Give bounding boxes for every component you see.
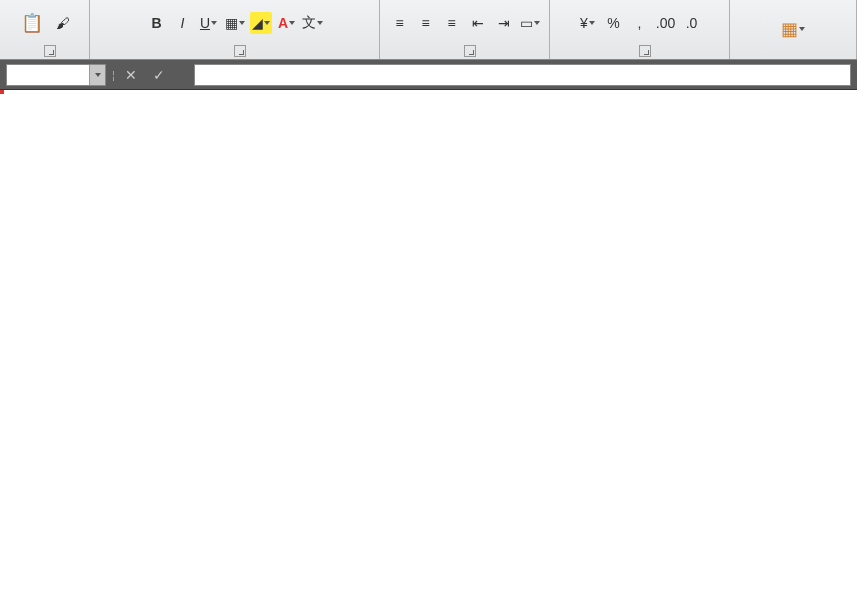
ribbon-group-align: ≡ ≡ ≡ ⇤ ⇥ ▭ [380, 0, 550, 59]
active-cell-indicator [0, 90, 4, 94]
spreadsheet-grid[interactable] [0, 90, 857, 612]
name-box-dropdown[interactable] [89, 65, 105, 85]
dialog-launcher-icon[interactable] [44, 45, 56, 57]
dialog-launcher-icon[interactable] [639, 45, 651, 57]
cancel-icon[interactable]: ✕ [120, 64, 142, 86]
dialog-launcher-icon[interactable] [464, 45, 476, 57]
align-right-icon[interactable]: ≡ [441, 12, 463, 34]
decrease-decimal-icon[interactable]: .0 [681, 12, 703, 34]
formula-input[interactable] [194, 64, 851, 86]
align-left-icon[interactable]: ≡ [389, 12, 411, 34]
font-color-icon[interactable]: A [276, 12, 298, 34]
cell-styles-icon[interactable]: ▦ [777, 15, 809, 43]
align-center-icon[interactable]: ≡ [415, 12, 437, 34]
dialog-launcher-icon[interactable] [234, 45, 246, 57]
indent-decrease-icon[interactable]: ⇤ [467, 12, 489, 34]
format-painter-icon[interactable]: 🖌 [52, 12, 74, 34]
name-box[interactable] [6, 64, 106, 86]
percent-icon[interactable]: % [603, 12, 625, 34]
phonetic-icon[interactable]: 文 [302, 12, 324, 34]
paste-icon[interactable]: 📋 [16, 9, 48, 37]
italic-icon[interactable]: I [172, 12, 194, 34]
ribbon: 📋 🖌 B I U ▦ ◢ A 文 ≡ ≡ ≡ ⇤ ⇥ ▭ [0, 0, 857, 60]
indent-increase-icon[interactable]: ⇥ [493, 12, 515, 34]
bold-icon[interactable]: B [146, 12, 168, 34]
underline-icon[interactable]: U [198, 12, 220, 34]
ribbon-group-styles: ▦ [730, 0, 857, 59]
formula-bar: ¦ ✕ ✓ [0, 60, 857, 90]
fill-color-icon[interactable]: ◢ [250, 12, 272, 34]
ribbon-group-clipboard: 📋 🖌 [0, 0, 90, 59]
merge-icon[interactable]: ▭ [519, 12, 541, 34]
currency-icon[interactable]: ¥ [577, 12, 599, 34]
ribbon-group-number: ¥ % , .00 .0 [550, 0, 730, 59]
enter-icon[interactable]: ✓ [148, 64, 170, 86]
borders-icon[interactable]: ▦ [224, 12, 246, 34]
comma-icon[interactable]: , [629, 12, 651, 34]
ribbon-group-font: B I U ▦ ◢ A 文 [90, 0, 380, 59]
increase-decimal-icon[interactable]: .00 [655, 12, 677, 34]
